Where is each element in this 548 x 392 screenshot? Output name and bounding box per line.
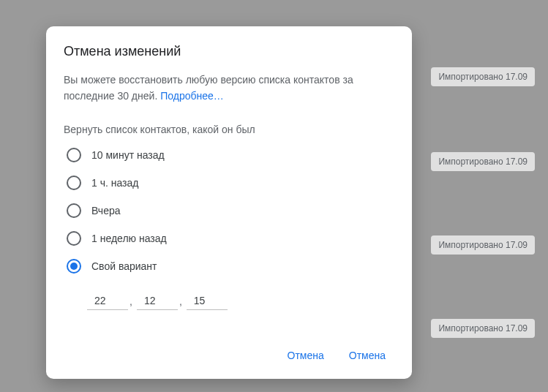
separator: , (178, 295, 187, 310)
dialog-title: Отмена изменений (64, 44, 394, 59)
undo-changes-dialog: Отмена изменений Вы можете восстановить … (46, 26, 412, 378)
radio-1-hour[interactable]: 1 ч. назад (64, 169, 394, 197)
learn-more-link[interactable]: Подробнее… (160, 90, 224, 102)
radio-label: 1 ч. назад (91, 177, 138, 189)
custom-input-2[interactable] (137, 290, 178, 310)
radio-icon (67, 203, 81, 218)
confirm-button[interactable]: Отмена (340, 344, 394, 367)
custom-input-3[interactable] (187, 290, 228, 310)
radio-label: Свой вариант (91, 260, 157, 272)
radio-10-min[interactable]: 10 минут назад (64, 141, 394, 169)
modal-overlay: Отмена изменений Вы можете восстановить … (0, 0, 548, 392)
radio-icon (67, 148, 81, 162)
radio-label: Вчера (91, 205, 121, 216)
radio-1-week[interactable]: 1 неделю назад (64, 225, 394, 252)
custom-time-inputs: , , (64, 280, 394, 316)
restore-radio-group: 10 минут назад 1 ч. назад Вчера 1 неделю… (64, 141, 394, 280)
radio-icon (67, 231, 81, 246)
radio-icon (67, 259, 81, 274)
radio-icon (67, 176, 81, 190)
radio-custom[interactable]: Свой вариант (64, 252, 394, 280)
restore-section-label: Вернуть список контактов, какой он был (64, 124, 394, 135)
radio-label: 10 минут назад (91, 149, 165, 161)
separator: , (128, 295, 137, 310)
dialog-actions: Отмена Отмена (64, 344, 394, 367)
dialog-description: Вы можете восстановить любую версию спис… (64, 72, 394, 104)
radio-label: 1 неделю назад (91, 233, 167, 244)
radio-yesterday[interactable]: Вчера (64, 197, 394, 225)
cancel-button[interactable]: Отмена (279, 344, 333, 367)
custom-input-1[interactable] (87, 290, 128, 310)
